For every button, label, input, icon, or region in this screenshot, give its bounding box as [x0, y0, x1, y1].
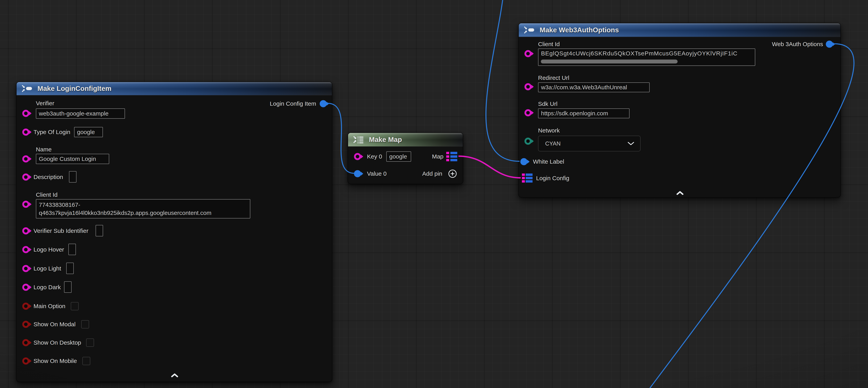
node-header-make-login-config-item[interactable]: Make LoginConfigItem — [17, 82, 332, 95]
network-dropdown-value: CYAN — [545, 140, 561, 147]
pin-label-name: Name — [36, 146, 52, 153]
collapse-chevron-icon[interactable] — [676, 191, 684, 195]
wire-map-to-login-config[interactable] — [459, 156, 521, 178]
pin-label-network: Network — [538, 127, 560, 134]
pin-label-type-of-login: Type Of Login — [33, 128, 70, 136]
pin-logo-hover[interactable] — [22, 246, 29, 253]
pin-label-white-label: White Label — [533, 158, 564, 165]
main-option-checkbox[interactable] — [71, 302, 79, 310]
show-on-mobile-checkbox[interactable] — [82, 357, 90, 365]
add-pin-icon[interactable] — [448, 169, 457, 178]
pin-label-show-on-desktop: Show On Desktop — [33, 339, 81, 346]
pin-label-login-config: Login Config — [536, 175, 569, 182]
pin-name[interactable] — [22, 155, 29, 162]
pin-key-0[interactable] — [354, 153, 361, 160]
pin-show-on-mobile[interactable] — [22, 357, 29, 364]
verifier-sub-identifier-input[interactable] — [96, 225, 103, 236]
pin-logo-light[interactable] — [22, 265, 29, 272]
pin-redirect-url[interactable] — [524, 83, 532, 90]
pin-label-show-on-mobile: Show On Mobile — [33, 357, 77, 364]
show-on-modal-checkbox[interactable] — [81, 320, 89, 328]
pin-label-client-id: Client Id — [36, 191, 58, 198]
collapse-chevron-icon[interactable] — [171, 373, 179, 378]
pin-login-config[interactable] — [522, 174, 532, 183]
pin-label-logo-dark: Logo Dark — [33, 284, 61, 291]
pin-client-id[interactable] — [524, 50, 532, 57]
pin-show-on-desktop[interactable] — [22, 339, 29, 346]
node-header-make-web3auth-options[interactable]: Make Web3AuthOptions — [519, 23, 840, 37]
pin-verifier-sub-identifier[interactable] — [22, 227, 29, 234]
node-title: Make LoginConfigItem — [37, 85, 111, 92]
pin-label-key-0: Key 0 — [367, 153, 382, 160]
key-0-input[interactable]: google — [386, 151, 411, 162]
node-make-map[interactable]: Make Map Key 0 google Map Value 0 Add pi… — [348, 132, 463, 184]
client-id-scrollbar[interactable] — [541, 60, 678, 63]
verifier-input[interactable]: web3auth-google-example — [36, 109, 125, 119]
pin-login-config-item-output[interactable] — [320, 100, 327, 107]
chevron-down-icon — [627, 142, 634, 146]
logo-light-input[interactable] — [66, 263, 74, 274]
pin-label-verifier: Verifier — [36, 100, 54, 107]
pin-label-logo-hover: Logo Hover — [33, 246, 64, 253]
node-make-web3auth-options[interactable]: Make Web3AuthOptions Client Id Web 3Auth… — [518, 23, 841, 198]
pin-map-output[interactable] — [446, 152, 457, 161]
pin-label-sdk-url: Sdk Url — [538, 100, 557, 108]
node-header-make-map[interactable]: Make Map — [348, 133, 463, 147]
pin-label-verifier-sub-identifier: Verifier Sub Identifier — [33, 227, 88, 234]
pin-label-client-id: Client Id — [538, 40, 560, 48]
pin-network[interactable] — [524, 138, 532, 145]
type-of-login-input[interactable]: google — [74, 127, 103, 137]
pin-sdk-url[interactable] — [524, 109, 532, 116]
pin-label-value-0: Value 0 — [367, 170, 387, 177]
redirect-url-input[interactable]: w3a://com.w3a.Web3AuthUnreal — [538, 82, 650, 92]
make-struct-icon — [524, 26, 536, 34]
add-pin-label: Add pin — [422, 170, 442, 177]
pin-label-main-option: Main Option — [33, 303, 65, 310]
blueprint-graph-canvas[interactable]: Make LoginConfigItem Login Config Item V… — [0, 0, 868, 388]
output-pin-label: Web 3Auth Options — [772, 40, 823, 48]
node-title: Make Map — [369, 136, 402, 144]
logo-dark-input[interactable] — [64, 281, 71, 293]
node-title: Make Web3AuthOptions — [540, 26, 619, 34]
pin-verifier[interactable] — [22, 110, 29, 117]
description-input[interactable] — [69, 171, 76, 183]
pin-main-option[interactable] — [22, 303, 29, 310]
sdk-url-input[interactable]: https://sdk.openlogin.com — [538, 109, 629, 118]
pin-label-logo-light: Logo Light — [33, 265, 61, 272]
pin-show-on-modal[interactable] — [22, 321, 29, 328]
output-pin-label: Login Config Item — [270, 100, 316, 107]
show-on-desktop-checkbox[interactable] — [86, 338, 94, 347]
pin-white-label[interactable] — [520, 158, 527, 165]
pin-logo-dark[interactable] — [22, 284, 29, 291]
pin-label-redirect-url: Redirect Url — [538, 74, 569, 82]
node-make-login-config-item[interactable]: Make LoginConfigItem Login Config Item V… — [16, 82, 332, 382]
pin-label-show-on-modal: Show On Modal — [33, 321, 75, 328]
pin-type-of-login[interactable] — [22, 128, 29, 136]
pin-value-0[interactable] — [354, 170, 361, 177]
make-struct-icon — [21, 84, 33, 93]
make-map-icon — [353, 136, 365, 144]
pin-web3auth-options-output[interactable] — [826, 40, 833, 48]
client-id-input[interactable]: 774338308167-q463s7kpvja16l4l0kko3nb925i… — [36, 199, 250, 218]
wire-offscreen-to-white-label[interactable] — [486, 0, 520, 161]
pin-label-map: Map — [432, 153, 443, 160]
pin-label-description: Description — [33, 174, 63, 181]
network-dropdown[interactable]: CYAN — [538, 136, 641, 151]
pin-description[interactable] — [22, 174, 29, 181]
pin-client-id[interactable] — [22, 201, 29, 208]
name-input[interactable]: Google Custom Login — [36, 154, 109, 164]
logo-hover-input[interactable] — [68, 244, 76, 255]
